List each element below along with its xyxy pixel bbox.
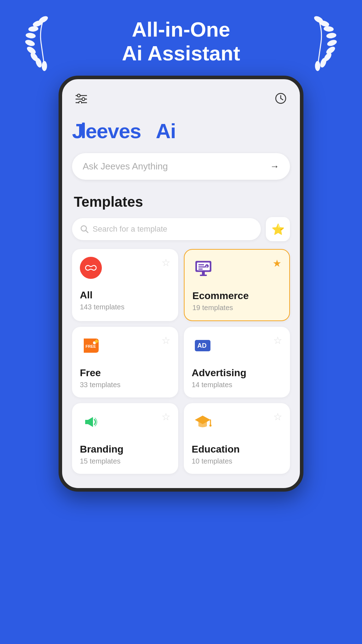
card-top-advertising: AD ☆ bbox=[192, 335, 282, 357]
templates-title: Templates bbox=[72, 190, 290, 217]
templates-section: Templates Search for a template ⭐ bbox=[72, 190, 290, 474]
ecommerce-card-name: Ecommerce bbox=[192, 290, 281, 302]
ecommerce-card-count: 19 templates bbox=[192, 304, 281, 312]
all-card-count: 143 templates bbox=[80, 303, 170, 311]
template-card-advertising[interactable]: AD ☆ Advertising 14 templates bbox=[184, 327, 290, 397]
svg-point-48 bbox=[209, 424, 212, 427]
svg-point-19 bbox=[77, 94, 80, 97]
history-icon[interactable] bbox=[275, 93, 286, 104]
laurel-right-icon bbox=[295, 14, 341, 71]
settings-icon[interactable] bbox=[76, 93, 87, 103]
svg-point-14 bbox=[326, 32, 337, 39]
all-card-name: All bbox=[80, 289, 170, 301]
card-top-branding: ☆ bbox=[80, 411, 170, 433]
template-card-branding[interactable]: ☆ Branding 15 templates bbox=[72, 403, 178, 474]
main-search-arrow: → bbox=[270, 161, 279, 172]
advertising-icon: AD bbox=[192, 335, 214, 357]
all-star[interactable]: ☆ bbox=[161, 257, 170, 269]
branding-star[interactable]: ☆ bbox=[161, 411, 170, 423]
svg-point-6 bbox=[28, 26, 38, 32]
svg-point-21 bbox=[82, 98, 85, 101]
svg-rect-38 bbox=[198, 266, 205, 267]
svg-text:eeves: eeves bbox=[86, 119, 141, 142]
template-card-all[interactable]: ☆ All 143 templates bbox=[72, 249, 178, 321]
branding-icon bbox=[80, 411, 102, 433]
svg-text:AD: AD bbox=[197, 342, 207, 349]
ecommerce-icon: $ bbox=[192, 258, 214, 280]
ecommerce-star[interactable]: ★ bbox=[273, 258, 281, 269]
svg-line-32 bbox=[86, 231, 88, 233]
svg-point-13 bbox=[327, 39, 338, 47]
svg-text:FREE: FREE bbox=[86, 344, 96, 348]
branding-card-count: 15 templates bbox=[80, 457, 170, 465]
template-card-ecommerce[interactable]: $ ★ Ecommerce 19 templates bbox=[184, 249, 290, 321]
free-card-count: 33 templates bbox=[80, 381, 170, 389]
free-star[interactable]: ☆ bbox=[161, 335, 170, 346]
svg-point-15 bbox=[323, 26, 334, 32]
phone-topbar bbox=[72, 90, 290, 110]
svg-point-5 bbox=[25, 32, 36, 39]
svg-line-26 bbox=[281, 98, 283, 100]
main-search-placeholder: Ask Jeeves Anything bbox=[83, 161, 168, 172]
template-search-placeholder: Search for a template bbox=[93, 224, 167, 234]
advertising-card-name: Advertising bbox=[192, 367, 282, 379]
header-banner: All-in-One Ai Assistant bbox=[0, 0, 362, 76]
svg-rect-35 bbox=[202, 272, 205, 275]
card-top-education: ☆ bbox=[192, 411, 282, 433]
svg-rect-36 bbox=[200, 275, 207, 276]
main-search-bar[interactable]: Ask Jeeves Anything → bbox=[72, 153, 290, 180]
advertising-card-count: 14 templates bbox=[192, 381, 282, 389]
education-card-count: 10 templates bbox=[192, 457, 282, 465]
education-card-name: Education bbox=[192, 444, 282, 455]
svg-point-4 bbox=[24, 39, 36, 47]
svg-rect-28 bbox=[82, 123, 85, 138]
card-top-all: ☆ bbox=[80, 257, 170, 279]
card-top-free: FREE ☆ bbox=[80, 335, 170, 357]
free-card-name: Free bbox=[80, 367, 170, 379]
app-logo: J eeves Ai bbox=[72, 110, 290, 153]
svg-rect-37 bbox=[198, 264, 204, 265]
free-icon: FREE bbox=[80, 335, 102, 357]
svg-text:Ai: Ai bbox=[156, 119, 176, 142]
card-top-ecommerce: $ ★ bbox=[192, 258, 281, 280]
header-title: All-in-One Ai Assistant bbox=[122, 18, 240, 65]
education-icon bbox=[192, 411, 214, 433]
svg-text:J: J bbox=[72, 119, 83, 142]
advertising-star[interactable]: ☆ bbox=[273, 335, 282, 346]
template-card-free[interactable]: FREE ☆ Free 33 templates bbox=[72, 327, 178, 397]
branding-card-name: Branding bbox=[80, 444, 170, 455]
template-grid: ☆ All 143 templates bbox=[72, 249, 290, 474]
svg-rect-39 bbox=[198, 269, 203, 270]
star-filter-button[interactable]: ⭐ bbox=[266, 217, 290, 241]
search-icon bbox=[81, 225, 88, 233]
template-card-education[interactable]: ☆ Education 10 templates bbox=[184, 403, 290, 474]
template-search-row: Search for a template ⭐ bbox=[72, 217, 290, 241]
svg-text:$: $ bbox=[206, 265, 208, 268]
laurel-left-icon bbox=[21, 14, 67, 71]
template-search-input[interactable]: Search for a template bbox=[72, 218, 261, 240]
phone-mockup: J eeves Ai Ask Jeeves Anything → Templat… bbox=[59, 76, 303, 492]
all-icon bbox=[80, 257, 102, 279]
svg-point-23 bbox=[79, 101, 82, 103]
education-star[interactable]: ☆ bbox=[273, 411, 282, 423]
